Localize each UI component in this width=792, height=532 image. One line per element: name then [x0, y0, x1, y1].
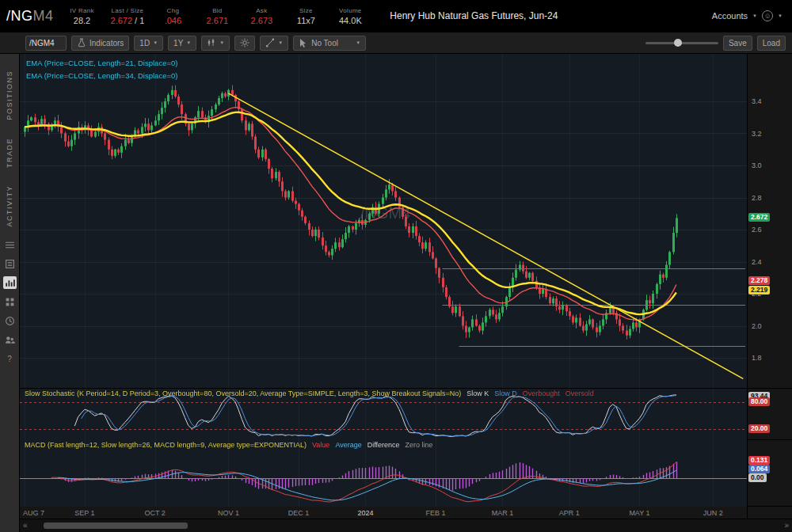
axis-badge: 80.00 — [748, 397, 770, 406]
chart-toolbar: Indicators 1D▼ 1Y▼ ▼ ▼ No Tool ▼ Save — [0, 32, 792, 54]
stat-size: Size 11x7 — [290, 7, 322, 25]
timeframe-dropdown[interactable]: 1D▼ — [134, 36, 163, 51]
chart-settings-button[interactable] — [234, 36, 255, 51]
chevron-down-icon: ▼ — [278, 40, 283, 45]
axis-badge: 2.278 — [748, 276, 770, 285]
macd-panel: MACD (Fast length=12, Slow length=26, MA… — [20, 440, 747, 506]
symbol-suffix: M4 — [33, 8, 54, 24]
stochastic-canvas[interactable] — [20, 389, 747, 440]
chevron-down-icon: ▼ — [752, 13, 757, 18]
price-tick: 2.6 — [752, 226, 762, 234]
stochastic-panel: Slow Stochastic (K Period=14, D Period=3… — [20, 389, 747, 439]
stat-ask: Ask 2.673 — [246, 7, 277, 25]
scroll-right-icon[interactable]: » — [784, 521, 789, 530]
flask-icon — [77, 38, 86, 48]
price-tick: 3.2 — [752, 130, 762, 138]
indicators-button[interactable]: Indicators — [71, 36, 129, 51]
range-dropdown[interactable]: 1Y▼ — [168, 36, 196, 51]
load-button[interactable]: Load — [757, 36, 786, 51]
instrument-title: Henry Hub Natural Gas Futures, Jun-24 — [380, 10, 558, 21]
time-axis-label: NOV 1 — [218, 509, 239, 517]
left-sidebar: POSITIONS TRADE ACTIVITY ? — [0, 54, 20, 532]
macd-axis[interactable]: 0.1310.0640.00 — [747, 440, 792, 506]
zoom-slider-track — [645, 42, 718, 44]
chevron-down-icon: ▼ — [153, 40, 158, 45]
header-bar: /NGM4 IV Rank 28.2 Last / Size 2.672 / 1… — [0, 0, 792, 32]
symbol-root: /NG — [6, 8, 33, 24]
sidebar-tab-activity[interactable]: ACTIVITY — [6, 177, 13, 236]
zoom-slider-thumb[interactable] — [674, 39, 682, 47]
time-axis-label: APR 1 — [559, 509, 580, 517]
gear-icon — [240, 38, 249, 48]
sidebar-tab-trade[interactable]: TRADE — [6, 129, 13, 177]
watchlist-icon[interactable] — [3, 257, 17, 270]
history-clock-icon[interactable] — [3, 314, 17, 327]
axis-badge: 0.00 — [748, 473, 767, 482]
chart-icon[interactable] — [3, 276, 17, 289]
axis-badge: 2.219 — [748, 286, 770, 294]
zoom-slider[interactable] — [645, 37, 718, 48]
drawing-tool-dropdown[interactable]: No Tool ▼ — [293, 36, 366, 51]
time-axis-label: OCT 2 — [144, 509, 165, 517]
time-axis-label: MAY 1 — [629, 509, 649, 517]
save-button[interactable]: Save — [723, 36, 752, 51]
scroll-left-icon[interactable]: « — [23, 521, 28, 530]
axis-badge: 20.00 — [748, 424, 770, 433]
chart-style-dropdown[interactable]: ▼ — [201, 36, 230, 51]
time-axis-label: JUN 2 — [703, 509, 723, 517]
chevron-down-icon: ▼ — [778, 13, 782, 18]
chevron-down-icon: ▼ — [219, 40, 224, 45]
price-tick: 1.8 — [752, 354, 762, 362]
sidebar-tab-positions[interactable]: POSITIONS — [6, 62, 13, 129]
chart-scrollbar[interactable]: « » — [20, 519, 792, 532]
axis-badge: 0.131 — [748, 456, 770, 465]
stat-chg: Chg .046 — [157, 7, 188, 25]
main-chart-panel: EMA (Price=CLOSE, Length=21, Displace=0)… — [20, 54, 747, 388]
chevron-down-icon: ▼ — [186, 40, 191, 45]
menu-list-icon[interactable] — [3, 238, 17, 251]
axis-corner — [747, 507, 792, 519]
chart-area: EMA (Price=CLOSE, Length=21, Displace=0)… — [20, 54, 792, 532]
avatar-icon: ☺ — [762, 10, 773, 21]
stochastic-axis[interactable]: 93.4480.0020.00 — [747, 389, 792, 439]
candlestick-icon — [207, 38, 216, 48]
stat-last-size: Last / Size 2.672 / 1 — [111, 7, 145, 25]
scrollbar-thumb[interactable] — [44, 522, 188, 529]
time-axis-label: SEP 1 — [74, 509, 94, 517]
main-chart-canvas[interactable] — [20, 54, 747, 388]
grid-icon[interactable] — [3, 295, 17, 308]
time-axis-label: DEC 1 — [288, 509, 310, 517]
price-tick: 2.0 — [752, 322, 762, 330]
accounts-menu[interactable]: Accounts ▼ ☺ ▼ — [712, 10, 782, 21]
users-icon[interactable] — [3, 333, 17, 346]
help-icon[interactable]: ? — [3, 352, 17, 365]
price-tick: 2.4 — [752, 258, 762, 266]
cursor-icon — [299, 38, 308, 48]
stat-iv-rank: IV Rank 28.2 — [67, 7, 98, 25]
price-tick: 3.4 — [752, 97, 762, 105]
symbol-input[interactable] — [25, 36, 67, 51]
price-tick: 2.8 — [752, 194, 762, 202]
app-symbol[interactable]: /NGM4 — [6, 8, 54, 25]
macd-canvas[interactable] — [20, 440, 747, 507]
trading-platform-window: /NGM4 IV Rank 28.2 Last / Size 2.672 / 1… — [0, 0, 792, 532]
time-axis-label: 2024 — [357, 509, 373, 517]
time-axis-label: AUG 7 — [23, 509, 44, 517]
time-axis-label: FEB 1 — [426, 509, 446, 517]
trendline-draw-icon — [265, 38, 275, 48]
stat-bid: Bid 2.671 — [201, 7, 233, 25]
time-axis[interactable]: AUG 7SEP 1OCT 2NOV 1DEC 12024FEB 1MAR 1A… — [20, 507, 747, 519]
time-axis-label: MAR 1 — [492, 509, 514, 517]
price-axis[interactable]: 3.43.23.02.82.62.42.22.01.82.6722.2782.2… — [747, 54, 792, 388]
price-tick: 3.0 — [752, 162, 762, 169]
accounts-label: Accounts — [712, 11, 748, 21]
chevron-down-icon: ▼ — [356, 40, 360, 45]
axis-badge: 0.064 — [748, 465, 770, 473]
drawings-dropdown[interactable]: ▼ — [260, 36, 288, 51]
axis-badge: 2.672 — [748, 213, 770, 222]
stat-volume: Volume 44.0K — [334, 7, 366, 25]
